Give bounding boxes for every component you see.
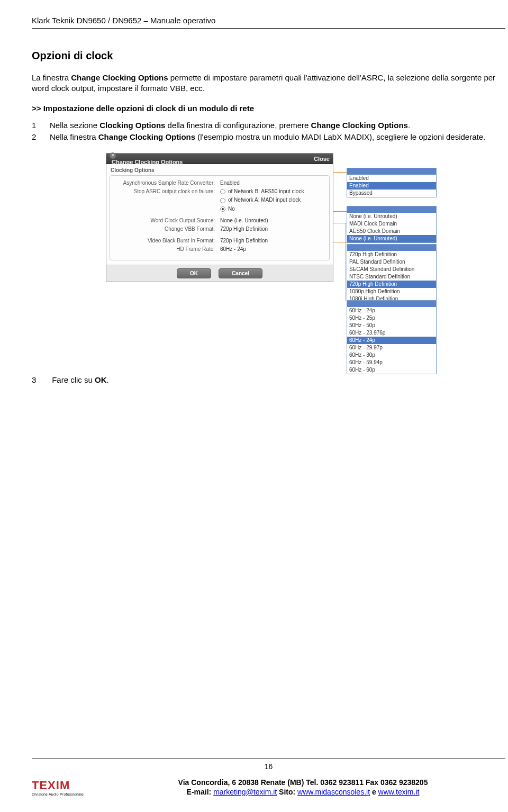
dropdown-option[interactable]: PAL Standard Definition (347, 258, 436, 266)
radio-label: No (228, 206, 235, 212)
text: Nella finestra (50, 132, 98, 141)
dropdown-option[interactable]: NTSC Standard Definition (347, 273, 436, 281)
texim-logo: TEXIM Divisione Audio Professionale (32, 776, 90, 798)
text: (l'esempio mostra un modulo MADI LabX MA… (195, 132, 485, 141)
radio-option-netb[interactable]: of Network B: AES50 input clock (220, 188, 304, 194)
text: . (408, 121, 410, 130)
text: . (107, 375, 109, 384)
dropdown-option[interactable]: 50Hz - 25p (347, 314, 436, 322)
dropdown-option[interactable]: 60Hz - 24p (347, 307, 436, 314)
dialog-titlebar[interactable]: ✕ Change Clocking Options Close (106, 154, 333, 164)
label-wcos: Word Clock Output Source: (114, 218, 220, 223)
dropdown-asrc[interactable]: EnabledEnabledBypassed (347, 168, 437, 197)
step-number: 3 (32, 375, 50, 384)
text-bold: Change Clocking Options (98, 132, 195, 141)
fieldset: Asynchronous Sample Rate Converter: Enab… (110, 175, 330, 260)
step-3: 3 Fare clic su OK. (32, 375, 508, 384)
label-asrc: Asynchronous Sample Rate Converter: (114, 180, 220, 186)
radio-option-no[interactable]: No (220, 206, 235, 212)
footer-link-midas[interactable]: www.midasconsoles.it (297, 788, 370, 796)
page-number: 16 (32, 762, 505, 771)
dropdown-option[interactable]: Enabled (347, 182, 436, 190)
value-wcos[interactable]: None (i.e. Unrouted) (220, 218, 268, 223)
footer-text: Via Concordia, 6 20838 Renate (MB) Tel. … (101, 778, 505, 797)
footer-address: Via Concordia, 6 20838 Renate (MB) Tel. … (178, 778, 428, 787)
dropdown-option[interactable]: 1080p High Definition (347, 288, 436, 295)
section-title: Opzioni di clock (32, 50, 508, 62)
text: Fare clic su (52, 375, 95, 384)
footer-email-label: E-mail: (187, 788, 214, 796)
value-vbbi: 720p High Definition (220, 238, 268, 243)
footer-rule (32, 759, 505, 759)
dropdown-option[interactable]: 60Hz - 23.976p (347, 329, 436, 337)
close-button[interactable]: Close (314, 156, 330, 162)
logo-text: TEXIM (32, 779, 90, 792)
dropdown-option[interactable]: AES50 Clock Domain (347, 228, 436, 235)
radio-label: of Network B: AES50 input clock (228, 188, 304, 194)
dialog-change-clocking-options: ✕ Change Clocking Options Close Clocking… (106, 153, 333, 282)
dropdown-vbb[interactable]: 720p High DefinitionPAL Standard Definit… (347, 244, 437, 303)
radio-option-neta[interactable]: of Network A: MADI input clock (220, 197, 301, 203)
value-hdrate[interactable]: 60Hz - 24p (220, 246, 246, 252)
step-2: 2 Nella finestra Change Clocking Options… (32, 132, 508, 142)
page-footer: 16 TEXIM Divisione Audio Professionale V… (32, 759, 505, 798)
footer-sito-label: Sito: (277, 788, 297, 796)
subheading: >> Impostazione delle opzioni di clock d… (32, 104, 508, 113)
dropdown-option[interactable]: 60Hz - 59.94p (347, 359, 436, 366)
header-rule (32, 28, 505, 29)
label-stop-asrc: Stop ASRC output clock on failure: (114, 188, 220, 194)
dropdown-wcos[interactable]: None (i.e. Unrouted)MADI Clock DomainAES… (347, 206, 437, 243)
value-vbb[interactable]: 720p High Definition (220, 226, 268, 232)
callout-line (346, 242, 346, 301)
dialog-title: Change Clocking Options (112, 159, 183, 165)
text: e (370, 788, 378, 796)
text: La finestra (32, 73, 71, 82)
text: Nella sezione (50, 121, 99, 130)
cancel-button[interactable]: Cancel (219, 268, 262, 278)
dropdown-option[interactable]: 60Hz - 24p (347, 337, 436, 344)
radio-label: of Network A: MADI input clock (228, 197, 301, 203)
text-bold: Change Clocking Options (71, 73, 168, 82)
dropdown-option[interactable]: SECAM Standard Definition (347, 266, 436, 273)
dropdown-option[interactable]: 50Hz - 50p (347, 322, 436, 329)
ok-button[interactable]: OK (177, 268, 211, 278)
dropdown-option[interactable]: 720p High Definition (347, 251, 436, 258)
label-vbb: Change VBB Format: (114, 226, 220, 232)
dropdown-option[interactable]: 60Hz - 30p (347, 351, 436, 359)
label-hdrate: HD Frame Rate: (114, 246, 220, 252)
dropdown-option[interactable]: 60Hz - 29.97p (347, 344, 436, 351)
dropdown-option[interactable]: None (i.e. Unrouted) (347, 235, 436, 242)
dropdown-option[interactable]: Enabled (347, 175, 436, 182)
label-vbbi: Video Black Burst In Format: (114, 238, 220, 243)
step-1: 1 Nella sezione Clocking Options della f… (32, 120, 508, 131)
doc-header: Klark Teknik DN9650 / DN9652 – Manuale o… (32, 16, 508, 25)
embedded-screenshot: ✕ Change Clocking Options Close Clocking… (106, 153, 476, 365)
dialog-icon: ✕ (110, 152, 116, 159)
dropdown-option[interactable]: None (i.e. Unrouted) (347, 213, 436, 220)
value-asrc[interactable]: Enabled (220, 180, 240, 186)
logo-subtext: Divisione Audio Professionale (32, 792, 90, 796)
section-label: Clocking Options (106, 164, 333, 174)
footer-link-texim[interactable]: www.texim.it (378, 788, 420, 796)
dropdown-option[interactable]: 60Hz - 60p (347, 366, 436, 374)
step-number: 1 (32, 120, 50, 131)
dropdown-option[interactable]: MADI Clock Domain (347, 220, 436, 228)
text-bold: Change Clocking Options (311, 121, 408, 130)
footer-email-link[interactable]: marketing@texim.it (213, 788, 277, 796)
button-row: OK Cancel (106, 265, 333, 282)
steps-list: 1 Nella sezione Clocking Options della f… (32, 120, 508, 143)
dropdown-hdrate[interactable]: 60Hz - 24p50Hz - 25p50Hz - 50p60Hz - 23.… (347, 300, 437, 374)
dropdown-option[interactable]: Bypassed (347, 190, 436, 197)
text-bold: OK (95, 375, 107, 384)
intro-paragraph: La finestra Change Clocking Options perm… (32, 73, 508, 94)
step-number: 2 (32, 132, 50, 142)
text-bold: Clocking Options (99, 121, 165, 130)
dropdown-option[interactable]: 720p High Definition (347, 281, 436, 288)
text: della finestra di configurazione, premer… (165, 121, 311, 130)
